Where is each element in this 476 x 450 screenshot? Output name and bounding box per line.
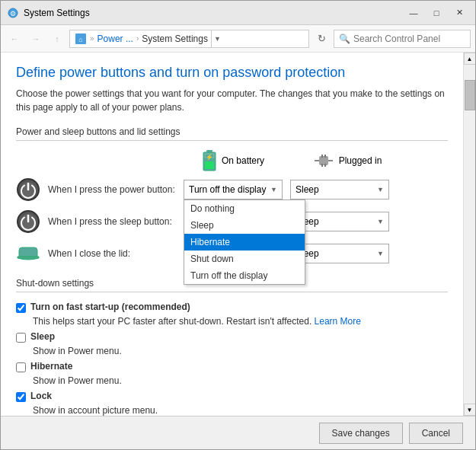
- svg-rect-6: [205, 161, 214, 169]
- breadcrumb-sep1: »: [90, 34, 94, 43]
- title-bar: ⚙ System Settings — □ ✕: [1, 1, 475, 25]
- breadcrumb-power[interactable]: Power ...: [97, 34, 133, 44]
- cancel-button[interactable]: Cancel: [409, 423, 463, 444]
- power-battery-dropdown-arrow: ▼: [270, 186, 277, 193]
- close-button[interactable]: ✕: [449, 5, 469, 21]
- search-input[interactable]: [353, 34, 468, 44]
- shutdown-section: Shut-down settings Turn on fast start-up…: [16, 278, 448, 416]
- page-description: Choose the power settings that you want …: [16, 87, 448, 114]
- bottom-bar: Save changes Cancel: [1, 416, 475, 449]
- dropdown-option-hibernate[interactable]: Hibernate: [184, 234, 305, 251]
- on-battery-label: On battery: [222, 155, 264, 166]
- forward-button[interactable]: →: [27, 30, 45, 48]
- dropdown-option-shut-down[interactable]: Shut down: [184, 251, 305, 267]
- svg-rect-9: [319, 156, 328, 165]
- plugged-in-header: Plugged in: [298, 153, 397, 168]
- hibernate-label: Hibernate: [30, 361, 72, 372]
- lid-plugin-dropdown-arrow: ▼: [377, 250, 384, 257]
- hibernate-checkbox[interactable]: [16, 362, 26, 372]
- sleep-checkbox[interactable]: [16, 333, 26, 343]
- maximize-button[interactable]: □: [426, 5, 446, 21]
- scrollbar: ▲ ▼: [463, 53, 475, 416]
- svg-text:⌂: ⌂: [78, 36, 82, 43]
- scroll-up-button[interactable]: ▲: [464, 53, 476, 65]
- main-content: Define power buttons and turn on passwor…: [1, 53, 463, 416]
- scrollbar-thumb[interactable]: [465, 80, 475, 110]
- nav-bar: ← → ↑ ⌂ » Power ... › System Settings ▼ …: [1, 25, 475, 53]
- power-battery-dropdown-container: Turn off the display ▼ Do nothing Sleep …: [184, 180, 283, 199]
- plug-icon: [313, 153, 334, 168]
- hibernate-row: Hibernate: [16, 361, 448, 372]
- power-button-icon: [16, 177, 40, 202]
- title-bar-controls: — □ ✕: [404, 5, 469, 21]
- sleep-row: Sleep: [16, 331, 448, 343]
- on-battery-header: ⚡ On battery: [184, 150, 283, 171]
- window: ⚙ System Settings — □ ✕ ← → ↑ ⌂ » Power …: [0, 0, 476, 450]
- fast-startup-desc: This helps start your PC faster after sh…: [33, 316, 448, 327]
- sleep-button-label: When I press the sleep button:: [48, 216, 184, 227]
- learn-more-link[interactable]: Learn More: [315, 316, 361, 327]
- svg-rect-11: [324, 155, 326, 158]
- section1-header: Power and sleep buttons and lid settings: [16, 126, 448, 141]
- sleep-desc: Show in Power menu.: [33, 346, 448, 356]
- dropdown-option-sleep[interactable]: Sleep: [184, 217, 305, 234]
- address-bar: ⌂ » Power ... › System Settings ▼: [69, 30, 309, 48]
- up-button[interactable]: ↑: [48, 30, 66, 48]
- power-plugin-dropdown-container: Sleep ▼: [290, 180, 389, 199]
- lock-desc: Show in account picture menu.: [33, 405, 448, 416]
- svg-rect-12: [321, 164, 323, 167]
- address-dropdown-btn[interactable]: ▼: [211, 30, 223, 48]
- search-icon: 🔍: [339, 34, 350, 44]
- svg-rect-10: [321, 155, 323, 158]
- fast-startup-checkbox[interactable]: [16, 303, 26, 313]
- power-plugin-dropdown-arrow: ▼: [377, 186, 384, 193]
- power-plugin-dropdown-value: Sleep: [296, 184, 319, 195]
- save-changes-button[interactable]: Save changes: [319, 423, 403, 444]
- power-button-label: When I press the power button:: [48, 184, 184, 195]
- battery-icon: ⚡: [202, 150, 217, 171]
- svg-rect-13: [324, 164, 326, 167]
- window-icon: ⚙: [7, 7, 19, 19]
- sleep-label: Sleep: [30, 331, 55, 342]
- page-title: Define power buttons and turn on passwor…: [16, 65, 448, 81]
- power-button-row: When I press the power button: Turn off …: [16, 177, 448, 202]
- refresh-button[interactable]: ↻: [312, 30, 331, 48]
- fast-startup-row: Turn on fast start-up (recommended): [16, 302, 448, 313]
- breadcrumb-current: System Settings: [142, 34, 208, 44]
- home-icon: ⌂: [75, 33, 87, 45]
- lock-label: Lock: [30, 391, 52, 401]
- power-battery-dropdown-menu: Do nothing Sleep Hibernate Shut down Tur…: [184, 199, 305, 285]
- breadcrumb-sep2: ›: [136, 34, 139, 43]
- power-column-headers: ⚡ On battery Plugged in: [16, 150, 448, 171]
- minimize-button[interactable]: —: [404, 5, 423, 21]
- sleep-plugin-dropdown-arrow: ▼: [377, 218, 384, 225]
- lock-row: Lock: [16, 391, 448, 402]
- back-button[interactable]: ←: [5, 30, 24, 48]
- svg-text:⚡: ⚡: [206, 153, 213, 161]
- window-title: System Settings: [24, 8, 404, 18]
- fast-startup-label: Turn on fast start-up (recommended): [30, 302, 190, 312]
- power-plugin-dropdown[interactable]: Sleep ▼: [290, 180, 389, 199]
- dropdown-option-turn-off[interactable]: Turn off the display: [184, 267, 305, 284]
- lid-icon: [16, 241, 40, 266]
- scroll-down-button[interactable]: ▼: [464, 404, 476, 416]
- power-battery-dropdown[interactable]: Turn off the display ▼: [184, 180, 283, 199]
- sleep-button-icon: [16, 209, 40, 234]
- hibernate-desc: Show in Power menu.: [33, 375, 448, 386]
- svg-text:⚙: ⚙: [10, 10, 16, 18]
- lid-label: When I close the lid:: [48, 248, 184, 259]
- search-box: 🔍: [334, 30, 471, 48]
- dropdown-option-do-nothing[interactable]: Do nothing: [184, 200, 305, 217]
- power-battery-dropdown-value: Turn off the display: [189, 184, 266, 195]
- lock-checkbox[interactable]: [16, 392, 26, 402]
- plugged-in-label: Plugged in: [339, 155, 382, 166]
- content-area: Define power buttons and turn on passwor…: [1, 53, 475, 416]
